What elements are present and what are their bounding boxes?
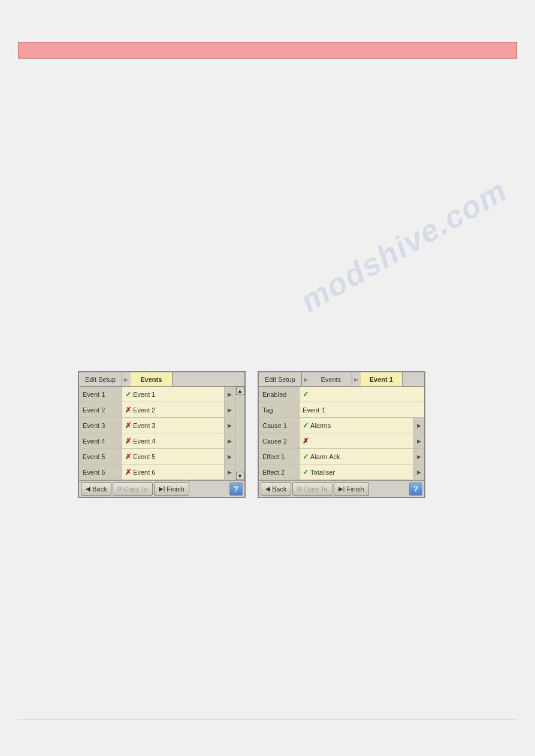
detail-row-enabled[interactable]: Enabled ✓ bbox=[259, 387, 424, 402]
finish-button-2[interactable]: ▶| Finish bbox=[334, 482, 369, 496]
event3-arrow[interactable]: ▶ bbox=[224, 418, 235, 433]
tag-label: Tag bbox=[259, 402, 300, 417]
list-row-event1[interactable]: Event 1 ✓ Event 1 ▶ bbox=[79, 387, 235, 402]
event4-cross-icon: ✗ bbox=[125, 437, 131, 445]
event6-cross-icon: ✗ bbox=[125, 468, 131, 476]
event6-value: ✗ Event 6 bbox=[122, 464, 224, 479]
effect1-arrow[interactable]: ▶ bbox=[413, 449, 424, 464]
scroll-up-1[interactable]: ▲ bbox=[236, 387, 244, 395]
tab-arrow-2b: ▶ bbox=[352, 372, 361, 386]
list-row-event2[interactable]: Event 2 ✗ Event 2 ▶ bbox=[79, 402, 235, 418]
effect2-value: ✓ Totaliser bbox=[300, 464, 413, 479]
copy-icon-1: ⧉ bbox=[117, 485, 122, 493]
tab-bar-2: Edit Setup ▶ Events ▶ Event 1 bbox=[259, 372, 424, 387]
event2-label: Event 2 bbox=[79, 402, 122, 417]
cause1-value: ✓ Alarms bbox=[300, 418, 413, 433]
effect2-label: Effect 2 bbox=[259, 464, 300, 479]
event3-label: Event 3 bbox=[79, 418, 122, 433]
cause1-label: Cause 1 bbox=[259, 418, 300, 433]
list-row-event6[interactable]: Event 6 ✗ Event 6 ▶ bbox=[79, 464, 235, 480]
finish-icon-2: ▶| bbox=[338, 485, 345, 492]
tab-arrow-2a: ▶ bbox=[302, 372, 310, 386]
effect1-value: ✓ Alarm Ack bbox=[300, 449, 413, 464]
detail-row-cause1[interactable]: Cause 1 ✓ Alarms ▶ bbox=[259, 418, 424, 433]
back-icon-1: ◀ bbox=[86, 485, 90, 492]
tab-events-2[interactable]: Events bbox=[310, 372, 352, 386]
list-row-event4[interactable]: Event 4 ✗ Event 4 ▶ bbox=[79, 433, 235, 449]
event1-check-icon: ✓ bbox=[125, 390, 131, 399]
scroll-down-1[interactable]: ▼ bbox=[236, 472, 244, 480]
panel-event1-detail: Edit Setup ▶ Events ▶ Event 1 Enabled ✓ bbox=[258, 371, 425, 498]
tab-event1-detail[interactable]: Event 1 bbox=[361, 372, 403, 386]
event5-value: ✗ Event 5 bbox=[122, 449, 224, 464]
back-button-2[interactable]: ◀ Back bbox=[261, 482, 291, 496]
event3-cross-icon: ✗ bbox=[125, 421, 131, 430]
event3-value: ✗ Event 3 bbox=[122, 418, 224, 433]
event2-cross-icon: ✗ bbox=[125, 406, 131, 414]
tab-bar-1: Edit Setup ▶ Events bbox=[79, 372, 244, 387]
effect2-arrow[interactable]: ▶ bbox=[413, 464, 424, 479]
detail-row-tag[interactable]: Tag Event 1 bbox=[259, 402, 424, 418]
tag-value: Event 1 bbox=[300, 402, 424, 417]
cause2-value: ✗ bbox=[300, 433, 413, 448]
cause2-label: Cause 2 bbox=[259, 433, 300, 448]
cause1-arrow[interactable]: ▶ bbox=[413, 418, 424, 433]
effect1-check-icon: ✓ bbox=[303, 453, 309, 461]
help-button-1[interactable]: ? bbox=[229, 482, 243, 496]
enabled-check-icon: ✓ bbox=[303, 390, 309, 399]
list-row-event3[interactable]: Event 3 ✗ Event 3 ▶ bbox=[79, 418, 235, 433]
event4-label: Event 4 bbox=[79, 433, 122, 448]
events-list: Event 1 ✓ Event 1 ▶ Event 2 ✗ Event 2 ▶ bbox=[79, 387, 244, 480]
event5-cross-icon: ✗ bbox=[125, 453, 131, 461]
finish-icon-1: ▶| bbox=[159, 485, 165, 492]
cause2-cross-icon: ✗ bbox=[303, 437, 309, 445]
event5-arrow[interactable]: ▶ bbox=[224, 449, 235, 464]
detail-row-cause2[interactable]: Cause 2 ✗ ▶ bbox=[259, 433, 424, 449]
enabled-value: ✓ bbox=[300, 387, 424, 402]
panel-events-list: Edit Setup ▶ Events Event 1 ✓ Event 1 ▶ bbox=[78, 371, 246, 498]
event2-arrow[interactable]: ▶ bbox=[224, 402, 235, 417]
panels-container: Edit Setup ▶ Events Event 1 ✓ Event 1 ▶ bbox=[78, 371, 425, 498]
top-banner bbox=[18, 42, 517, 59]
help-button-2[interactable]: ? bbox=[409, 482, 422, 496]
enabled-label: Enabled bbox=[259, 387, 300, 402]
watermark: modshive.com bbox=[294, 172, 513, 319]
back-button-1[interactable]: ◀ Back bbox=[81, 482, 111, 496]
effect2-check-icon: ✓ bbox=[303, 468, 309, 476]
cause2-arrow[interactable]: ▶ bbox=[413, 433, 424, 448]
event1-label: Event 1 bbox=[79, 387, 122, 402]
event5-label: Event 5 bbox=[79, 449, 122, 464]
event6-arrow[interactable]: ▶ bbox=[224, 464, 235, 479]
event4-value: ✗ Event 4 bbox=[122, 433, 224, 448]
list-row-event5[interactable]: Event 5 ✗ Event 5 ▶ bbox=[79, 449, 235, 464]
back-icon-2: ◀ bbox=[265, 485, 270, 492]
bottom-line bbox=[18, 719, 517, 720]
tab-events-1[interactable]: Events bbox=[131, 372, 173, 386]
detail-row-effect2[interactable]: Effect 2 ✓ Totaliser ▶ bbox=[259, 464, 424, 480]
event6-label: Event 6 bbox=[79, 464, 122, 479]
detail-rows: Enabled ✓ Tag Event 1 Cause 1 bbox=[259, 387, 424, 480]
cause1-check-icon: ✓ bbox=[303, 421, 309, 430]
copy-to-button-2[interactable]: ⧉ Copy To bbox=[292, 482, 332, 496]
event1-value: ✓ Event 1 bbox=[122, 387, 224, 402]
event2-value: ✗ Event 2 bbox=[122, 402, 224, 417]
btn-bar-2: ◀ Back ⧉ Copy To ▶| Finish ? bbox=[259, 480, 424, 497]
tab-edit-setup-2[interactable]: Edit Setup bbox=[259, 372, 302, 386]
copy-icon-2: ⧉ bbox=[297, 485, 301, 493]
copy-to-button-1[interactable]: ⧉ Copy To bbox=[113, 482, 152, 496]
tab-edit-setup-1[interactable]: Edit Setup bbox=[79, 372, 122, 386]
tab-arrow-1: ▶ bbox=[122, 372, 131, 386]
detail-row-effect1[interactable]: Effect 1 ✓ Alarm Ack ▶ bbox=[259, 449, 424, 464]
btn-bar-1: ◀ Back ⧉ Copy To ▶| Finish ? bbox=[79, 480, 244, 497]
event1-arrow[interactable]: ▶ bbox=[224, 387, 235, 402]
effect1-label: Effect 1 bbox=[259, 449, 300, 464]
scrollbar-1: ▲ ▼ bbox=[235, 387, 244, 480]
event4-arrow[interactable]: ▶ bbox=[224, 433, 235, 448]
finish-button-1[interactable]: ▶| Finish bbox=[154, 482, 189, 496]
